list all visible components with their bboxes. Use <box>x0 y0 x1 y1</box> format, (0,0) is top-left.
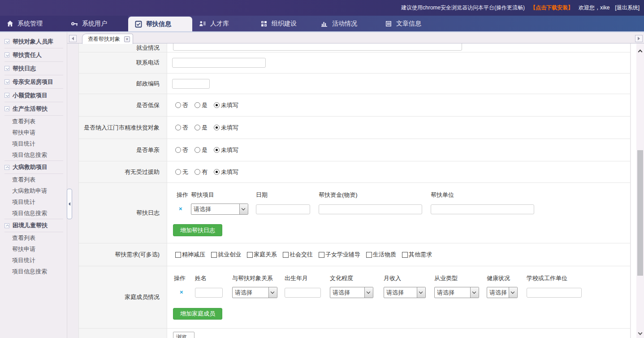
nav-item-system-users[interactable]: 系统用户 <box>64 16 128 31</box>
add-family-member-button[interactable]: 增加家庭成员 <box>173 308 222 320</box>
sidebar-subitem-project-stats[interactable]: 项目统计 <box>0 138 67 149</box>
close-icon[interactable]: × <box>124 36 130 42</box>
nav-item-org-building[interactable]: 组织建设 <box>254 16 318 31</box>
sidebar-subitem-project-stats[interactable]: 项目统计 <box>0 196 67 208</box>
checkbox-icon[interactable] <box>175 252 181 258</box>
dropdown-arrow-icon[interactable] <box>364 287 373 298</box>
radio-option[interactable]: 否 <box>175 101 188 109</box>
radio-option[interactable]: 否 <box>175 124 188 132</box>
occupation-select[interactable]: 请选择 <box>434 287 479 298</box>
radio-option-selected[interactable]: 未填写 <box>214 124 238 132</box>
tab-view-aid-target[interactable]: 查看帮扶对象 × <box>82 34 133 44</box>
radio-option[interactable]: 有 <box>194 168 207 176</box>
sidebar-subitem-project-search[interactable]: 项目信息搜索 <box>0 208 67 219</box>
radio-option-selected[interactable]: 未填写 <box>214 101 238 109</box>
sidebar-subitem-project-search[interactable]: 项目信息搜索 <box>0 266 67 277</box>
radio-icon[interactable] <box>194 102 200 108</box>
sidebar-item-serious-illness[interactable]: 大病救助项目 <box>4 160 63 174</box>
sidebar-subitem-aid-apply[interactable]: 帮扶申请 <box>0 243 67 255</box>
sidebar-subitem-project-stats[interactable]: 项目统计 <box>0 255 67 266</box>
sidebar-subitem-view-list[interactable]: 查看列表 <box>0 232 67 243</box>
school-work-input[interactable] <box>527 288 582 298</box>
checkbox-option[interactable]: 就业创业 <box>211 251 241 259</box>
sidebar-subitem-project-search[interactable]: 项目信息搜索 <box>0 149 67 160</box>
radio-icon[interactable] <box>194 169 200 175</box>
radio-option[interactable]: 是 <box>194 124 207 132</box>
checkbox-option[interactable]: 社会交往 <box>283 251 313 259</box>
scrollbar-thumb[interactable] <box>637 150 643 276</box>
member-name-input[interactable] <box>195 288 223 298</box>
checkbox-icon[interactable] <box>402 252 408 258</box>
aid-funds-input[interactable] <box>319 204 422 214</box>
chevron-up-icon[interactable] <box>4 223 9 228</box>
delete-row-icon[interactable]: × <box>179 205 182 212</box>
radio-icon[interactable] <box>175 147 181 153</box>
vertical-scrollbar[interactable] <box>636 43 644 338</box>
checkbox-icon[interactable] <box>211 252 217 258</box>
radio-checked-icon[interactable] <box>214 147 220 153</box>
radio-option[interactable]: 是 <box>194 146 207 154</box>
add-aid-log-button[interactable]: 增加帮扶日志 <box>173 224 222 236</box>
radio-option-selected[interactable]: 未填写 <box>214 146 238 154</box>
radio-checked-icon[interactable] <box>214 102 220 108</box>
sidebar-subitem-illness-apply[interactable]: 大病救助申请 <box>0 185 67 196</box>
dropdown-arrow-icon[interactable] <box>470 287 479 298</box>
health-select[interactable]: 请选择 <box>487 287 518 298</box>
checkbox-option[interactable]: 子女学业辅导 <box>319 251 360 259</box>
checkbox-icon[interactable] <box>366 252 372 258</box>
chevron-down-icon[interactable] <box>4 52 9 57</box>
radio-icon[interactable] <box>194 147 200 153</box>
chevron-down-icon[interactable] <box>4 66 9 71</box>
aid-date-input[interactable] <box>256 204 310 214</box>
nav-item-activities[interactable]: 活动情况 <box>314 16 378 31</box>
sidebar-item-aid-responsible[interactable]: 帮扶责任人 <box>4 48 63 62</box>
nav-item-articles[interactable]: 文章信息 <box>378 16 442 31</box>
sidebar-subitem-view-list[interactable]: 查看列表 <box>0 116 67 127</box>
chevron-up-icon[interactable] <box>4 165 9 170</box>
sidebar-item-aid-log[interactable]: 帮扶日志 <box>4 62 63 75</box>
relation-select[interactable]: 请选择 <box>232 287 277 298</box>
scroll-up-button[interactable] <box>636 47 644 54</box>
tab-scroll-left-button[interactable] <box>69 35 77 42</box>
radio-icon[interactable] <box>175 125 181 130</box>
dropdown-arrow-icon[interactable] <box>239 204 248 214</box>
checkbox-option[interactable]: 生活物质 <box>366 251 396 259</box>
checkbox-icon[interactable] <box>283 252 289 258</box>
employment-input[interactable] <box>173 43 462 51</box>
nav-item-aid-info[interactable]: 帮扶信息 <box>128 17 192 31</box>
checkbox-icon[interactable] <box>319 252 324 258</box>
dropdown-arrow-icon[interactable] <box>509 287 517 298</box>
scroll-down-button[interactable] <box>636 330 644 337</box>
sidebar-item-micro-loan[interactable]: 小额贷款项目 <box>4 89 63 102</box>
dropdown-arrow-icon[interactable] <box>268 287 277 298</box>
radio-option-selected[interactable]: 未填写 <box>214 168 238 176</box>
checkbox-option[interactable]: 家庭关系 <box>247 251 277 259</box>
chevron-down-icon[interactable] <box>4 79 9 84</box>
aid-project-select[interactable]: 请选择 <box>191 204 248 215</box>
sidebar-item-aid-target-library[interactable]: 帮扶对象人员库 <box>4 35 63 48</box>
radio-icon[interactable] <box>194 125 200 130</box>
chevron-down-icon[interactable] <box>4 39 9 44</box>
checkbox-icon[interactable] <box>247 252 253 258</box>
sidebar-collapse-handle[interactable] <box>67 189 72 219</box>
logout-link[interactable]: [退出系统] <box>615 4 640 12</box>
education-select[interactable]: 请选择 <box>330 287 373 298</box>
radio-option[interactable]: 是 <box>194 101 207 109</box>
radio-icon[interactable] <box>175 102 181 108</box>
radio-option[interactable]: 否 <box>175 146 188 154</box>
nav-item-talent-pool[interactable]: 人才库 <box>192 16 256 31</box>
download-install-link[interactable]: 【点击下载安装】 <box>530 4 573 12</box>
sidebar-item-children-aid[interactable]: 困境儿童帮扶 <box>4 219 63 232</box>
chevron-down-icon[interactable] <box>4 93 9 98</box>
radio-checked-icon[interactable] <box>214 125 220 130</box>
income-select[interactable]: 请选择 <box>384 287 426 298</box>
tab-scroll-right-button[interactable] <box>635 35 643 42</box>
birth-date-input[interactable] <box>285 288 321 298</box>
radio-option[interactable]: 无 <box>175 168 188 176</box>
sidebar-item-production-life-aid[interactable]: 生产生活帮扶 <box>4 102 63 116</box>
postcode-input[interactable] <box>172 79 210 89</box>
sidebar-subitem-aid-apply[interactable]: 帮扶申请 <box>0 127 67 138</box>
chevron-up-icon[interactable] <box>4 106 9 111</box>
aid-unit-input[interactable] <box>431 204 534 214</box>
delete-row-icon[interactable]: × <box>180 289 183 295</box>
